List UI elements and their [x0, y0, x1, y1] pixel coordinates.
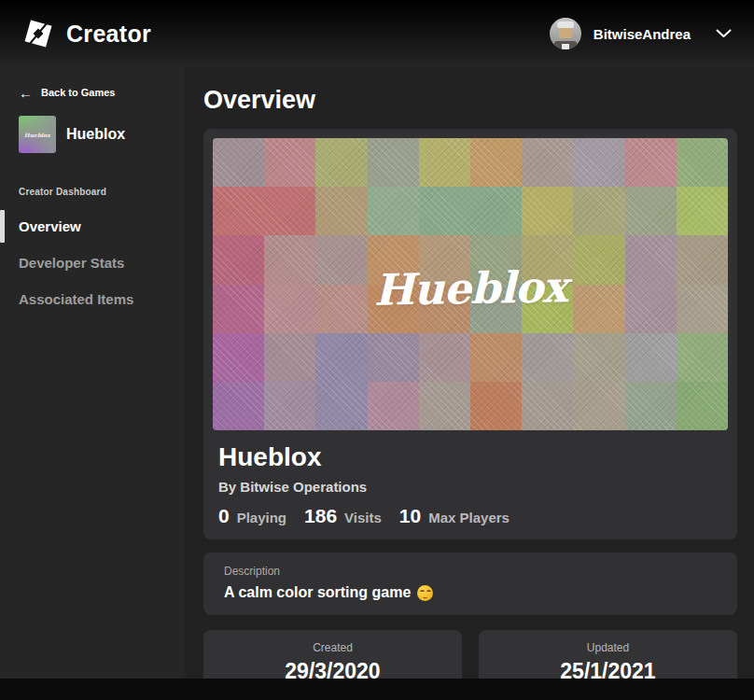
game-info: Hueblox By Bitwise Operations 0 Playing … — [213, 430, 728, 527]
description-label: Description — [224, 565, 717, 578]
nav-label: Associated Items — [19, 291, 133, 307]
user-menu[interactable]: BitwiseAndrea — [550, 18, 732, 49]
roblox-logo-icon — [22, 18, 54, 49]
brand-title: Creator — [66, 21, 151, 48]
sidebar: ← Back to Games Hueblox Hueblox Creator … — [0, 67, 184, 679]
stat-value: 0 — [218, 505, 230, 527]
sidebar-game-name: Hueblox — [66, 126, 125, 143]
page-title: Overview — [203, 86, 737, 115]
stat-value: 186 — [304, 505, 337, 527]
back-arrow-icon: ← — [19, 88, 33, 98]
emoji-mouth — [423, 595, 427, 598]
sidebar-item-associated-items[interactable]: Associated Items — [0, 281, 184, 317]
nav-label: Developer Stats — [19, 255, 124, 271]
created-card: Created 29/3/2020 — [203, 630, 462, 679]
stat-value: 10 — [399, 505, 421, 527]
avatar-shirt — [562, 44, 569, 49]
game-card: Hueblox Hueblox By Bitwise Operations 0 … — [203, 129, 737, 539]
avatar — [550, 18, 581, 49]
stat-label: Max Players — [428, 510, 510, 525]
bottom-strip — [0, 679, 754, 700]
updated-label: Updated — [587, 641, 629, 654]
emoji-eye — [420, 590, 425, 594]
sidebar-nav: Overview Developer Stats Associated Item… — [0, 208, 184, 317]
top-bar: Creator BitwiseAndrea — [0, 0, 754, 67]
thumbnail-title: Hueblox — [213, 138, 728, 430]
description-text-row: A calm color sorting game — [224, 584, 717, 601]
updated-value: 25/1/2021 — [560, 659, 655, 679]
stat-label: Playing — [237, 510, 286, 525]
section-label: Creator Dashboard — [0, 187, 184, 197]
game-thumbnail: Hueblox — [213, 138, 728, 430]
game-byline: By Bitwise Operations — [218, 479, 722, 495]
meta-row: Created 29/3/2020 Updated 25/1/2021 — [203, 630, 737, 679]
game-stats: 0 Playing 186 Visits 10 Max Players — [218, 505, 722, 527]
emoji-eye — [426, 590, 431, 594]
avatar-hat — [557, 21, 574, 28]
username: BitwiseAndrea — [593, 26, 691, 42]
description-card: Description A calm color sorting game — [203, 553, 737, 615]
avatar-face — [559, 28, 572, 38]
created-label: Created — [313, 641, 353, 654]
created-value: 29/3/2020 — [285, 659, 380, 679]
relieved-face-emoji — [417, 585, 433, 601]
back-label: Back to Games — [41, 87, 115, 98]
nav-label: Overview — [19, 218, 81, 234]
stat-label: Visits — [344, 510, 382, 525]
updated-card: Updated 25/1/2021 — [479, 630, 737, 679]
sidebar-item-developer-stats[interactable]: Developer Stats — [0, 245, 184, 281]
sidebar-game[interactable]: Hueblox Hueblox — [0, 98, 184, 153]
chevron-down-icon — [716, 29, 732, 38]
brand[interactable]: Creator — [22, 18, 151, 49]
stat-visits: 186 Visits — [304, 505, 382, 527]
active-indicator — [0, 210, 5, 243]
back-to-games-link[interactable]: ← Back to Games — [0, 67, 184, 98]
game-title: Hueblox — [218, 442, 722, 472]
stat-max-players: 10 Max Players — [399, 505, 510, 527]
stat-playing: 0 Playing — [218, 505, 286, 527]
sidebar-item-overview[interactable]: Overview — [0, 208, 184, 245]
main-content: Overview Hueblox Hueblox By Bitwise Oper… — [184, 67, 754, 679]
description-text: A calm color sorting game — [224, 584, 411, 601]
game-icon-text: Hueblox — [24, 132, 50, 138]
game-icon: Hueblox — [19, 116, 56, 153]
